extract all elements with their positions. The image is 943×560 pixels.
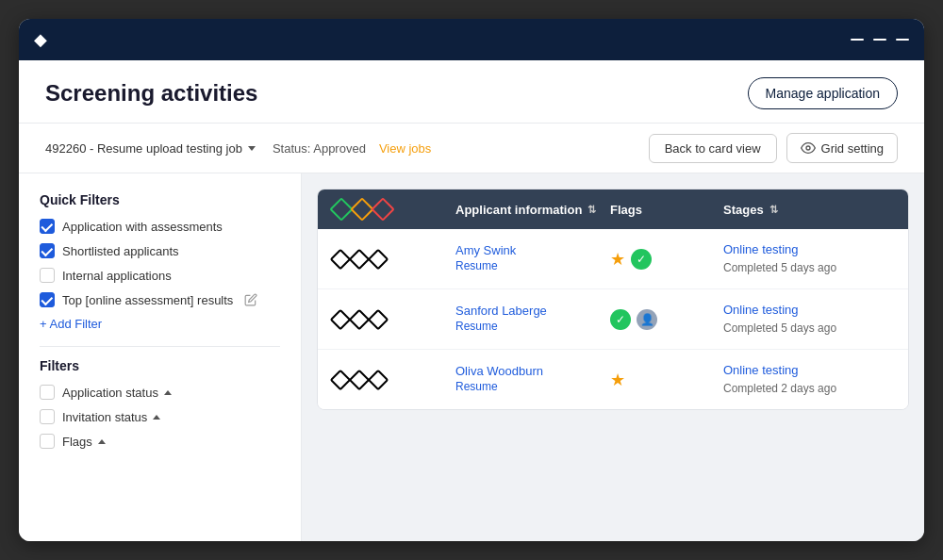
checkbox-flags[interactable] <box>40 434 55 449</box>
flag-check-icon-2: ✓ <box>610 309 631 330</box>
up-arrow-icon-2[interactable] <box>153 415 160 420</box>
row-diamond-green-3 <box>330 369 352 390</box>
job-selector: 492260 - Resume upload testing job Statu… <box>45 141 431 156</box>
stage-link-1[interactable]: Online testing <box>723 242 893 256</box>
row-2-diamonds <box>333 312 455 327</box>
flags-header: Flags <box>610 203 723 217</box>
maximize-icon[interactable] <box>873 39 886 41</box>
minimize-icon[interactable] <box>851 39 864 41</box>
row-diamond-green-2 <box>330 308 352 330</box>
svg-point-0 <box>806 146 810 150</box>
stage-date-1: Completed 5 days ago <box>723 261 836 274</box>
checkbox-internal[interactable] <box>40 268 55 283</box>
filters-section-title: Filters <box>40 358 280 373</box>
flag-star-icon-1: ★ <box>610 249 625 270</box>
row-diamond-red-2 <box>368 308 389 330</box>
row-diamond-orange-3 <box>349 369 371 390</box>
flag-star-icon-3: ★ <box>610 370 625 390</box>
up-arrow-icon[interactable] <box>164 390 172 395</box>
sub-header: 492260 - Resume upload testing job Statu… <box>19 124 924 173</box>
row-1-diamonds <box>333 252 455 267</box>
window-controls <box>851 39 909 41</box>
page-title: Screening activities <box>45 80 257 107</box>
table-row: Oliva Woodburn Resume ★ Online testing C… <box>318 350 908 409</box>
row-diamond-red-3 <box>368 369 389 390</box>
sidebar: Quick Filters Application with assessmen… <box>19 173 302 541</box>
flag-person-icon-2: 👤 <box>637 309 657 330</box>
stage-info-2: Online testing Completed 5 days ago <box>723 303 893 336</box>
flags-cell-1: ★ ✓ <box>610 249 723 270</box>
sort-icon-stages[interactable]: ⇅ <box>769 204 778 216</box>
flag-check-icon-1: ✓ <box>631 249 652 270</box>
checkbox-top-results[interactable] <box>40 292 55 307</box>
applicant-info-3: Oliva Woodburn Resume <box>455 364 610 395</box>
filter-item-internal: Internal applications <box>40 268 280 283</box>
app-window: ◆ Screening activities Manage applicatio… <box>19 19 924 541</box>
filter-item-shortlisted: Shortlisted applicants <box>40 243 280 258</box>
job-id-label: 492260 - Resume upload testing job <box>45 141 242 156</box>
stage-link-3[interactable]: Online testing <box>723 363 893 377</box>
stage-info-1: Online testing Completed 5 days ago <box>723 242 893 275</box>
close-icon[interactable] <box>896 39 909 41</box>
header-diamonds <box>333 201 455 218</box>
resume-link-2[interactable]: Resume <box>455 320 610 333</box>
eye-icon <box>801 140 816 156</box>
main-panel: Applicant information ⇅ Flags Stages ⇅ <box>302 173 924 541</box>
filter-invitation-status: Invitation status <box>40 409 280 424</box>
top-header: Screening activities Manage application <box>19 60 924 124</box>
table-row: Sanford Laberge Resume ✓ 👤 Online testin… <box>318 289 908 350</box>
up-arrow-icon-3[interactable] <box>98 439 106 444</box>
resume-link-3[interactable]: Resume <box>455 380 610 393</box>
manage-application-button[interactable]: Manage application <box>748 77 898 109</box>
row-diamond-red <box>368 248 389 270</box>
filter-item-assessments: Application with assessments <box>40 219 280 234</box>
flags-cell-2: ✓ 👤 <box>610 309 723 330</box>
checkbox-app-status[interactable] <box>40 385 55 400</box>
resume-link-1[interactable]: Resume <box>455 259 610 272</box>
filter-application-status: Application status <box>40 385 280 400</box>
stages-header: Stages ⇅ <box>723 203 893 217</box>
sub-header-right: Back to card view Grid setting <box>649 133 898 163</box>
view-jobs-link[interactable]: View jobs <box>379 141 431 156</box>
row-diamond-orange-2 <box>349 308 371 330</box>
checkbox-shortlisted[interactable] <box>40 243 55 258</box>
body-area: Quick Filters Application with assessmen… <box>19 173 924 541</box>
grid-setting-button[interactable]: Grid setting <box>786 133 898 163</box>
applicant-name-link-1[interactable]: Amy Swink <box>455 243 610 257</box>
filter-item-top-results: Top [online assessment] results <box>40 292 280 307</box>
applicant-info-1: Amy Swink Resume <box>455 243 610 274</box>
applicants-table: Applicant information ⇅ Flags Stages ⇅ <box>317 189 909 410</box>
app-logo: ◆ <box>34 29 47 50</box>
table-header: Applicant information ⇅ Flags Stages ⇅ <box>318 189 908 229</box>
checkbox-invitation-status[interactable] <box>40 409 55 424</box>
diamond-red-header <box>371 197 394 221</box>
main-content: Screening activities Manage application … <box>19 60 924 541</box>
applicant-name-link-2[interactable]: Sanford Laberge <box>455 304 610 318</box>
edit-icon[interactable] <box>244 293 257 306</box>
applicant-info-2: Sanford Laberge Resume <box>455 304 610 335</box>
stage-info-3: Online testing Completed 2 days ago <box>723 363 893 396</box>
applicant-name-link-3[interactable]: Oliva Woodburn <box>455 364 610 378</box>
titlebar: ◆ <box>19 19 924 60</box>
status-label: Status: Approved <box>273 141 366 156</box>
filter-flags: Flags <box>40 434 280 449</box>
quick-filters-title: Quick Filters <box>40 192 280 207</box>
sort-icon-applicant[interactable]: ⇅ <box>587 204 596 216</box>
row-diamond-orange <box>349 248 371 270</box>
flags-cell-3: ★ <box>610 370 723 390</box>
row-diamond-green <box>330 248 352 270</box>
stage-date-3: Completed 2 days ago <box>723 382 836 395</box>
checkbox-assessments[interactable] <box>40 219 55 234</box>
applicant-info-header: Applicant information ⇅ <box>455 203 610 217</box>
back-to-card-view-button[interactable]: Back to card view <box>649 134 777 163</box>
chevron-down-icon[interactable] <box>248 146 256 151</box>
sidebar-divider <box>40 346 280 347</box>
add-filter-button[interactable]: + Add Filter <box>40 317 280 331</box>
stage-date-2: Completed 5 days ago <box>723 321 836 335</box>
stage-link-2[interactable]: Online testing <box>723 303 893 317</box>
table-row: Amy Swink Resume ★ ✓ Online testing Comp… <box>318 229 908 289</box>
row-3-diamonds <box>333 372 455 387</box>
